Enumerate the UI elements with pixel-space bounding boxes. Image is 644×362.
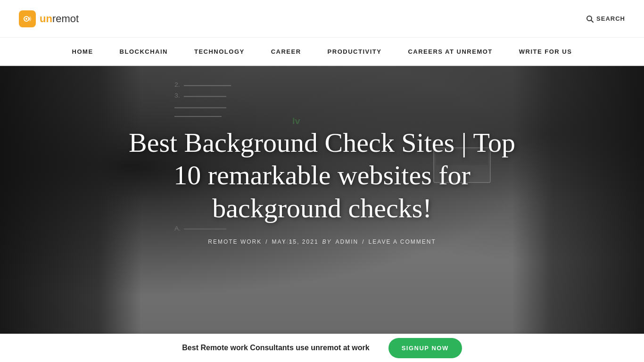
svg-point-2	[25, 18, 27, 20]
search-label: SEARCH	[596, 15, 625, 22]
search-button[interactable]: SEARCH	[586, 15, 625, 23]
hero-separator-1: /	[265, 239, 268, 245]
logo-text: unremot	[40, 13, 79, 25]
nav-item-home[interactable]: HOME	[59, 37, 107, 66]
hero-author[interactable]: ADMIN	[336, 239, 359, 245]
bottom-bar: Best Remote work Consultants use unremot…	[0, 334, 644, 362]
nav-item-blockchain[interactable]: BLOCKCHAIN	[107, 37, 181, 66]
search-icon	[586, 15, 594, 23]
hero-category[interactable]: REMOTE WORK	[208, 239, 262, 245]
logo[interactable]: unremot	[19, 10, 79, 27]
hero-meta: REMOTE WORK / MAY 15, 2021 by ADMIN / LE…	[208, 239, 436, 245]
svg-line-4	[591, 20, 593, 22]
nav-item-technology[interactable]: TECHNOLOGY	[181, 37, 258, 66]
navigation: HOME BLOCKCHAIN TECHNOLOGY CAREER PRODUC…	[0, 38, 644, 66]
hero-by: by	[322, 239, 332, 245]
signup-button[interactable]: SIGNUP NOW	[388, 338, 462, 358]
header: unremot SEARCH	[0, 0, 644, 38]
nav-item-write-for-us[interactable]: WRITE FOR US	[506, 37, 586, 66]
nav-item-productivity[interactable]: PRODUCTIVITY	[314, 37, 395, 66]
hero-date: MAY 15, 2021	[272, 239, 319, 245]
hero-comment-link[interactable]: LEAVE A COMMENT	[369, 239, 436, 245]
nav-item-careers-at-unremot[interactable]: CAREERS AT UNREMOT	[395, 37, 505, 66]
hero-title: Best Background Check Sites | Top 10 rem…	[122, 126, 522, 225]
nav-item-career[interactable]: CAREER	[258, 37, 314, 66]
logo-icon	[19, 10, 36, 27]
hero-separator-2: /	[362, 239, 364, 245]
bottom-bar-text: Best Remote work Consultants use unremot…	[182, 344, 369, 352]
